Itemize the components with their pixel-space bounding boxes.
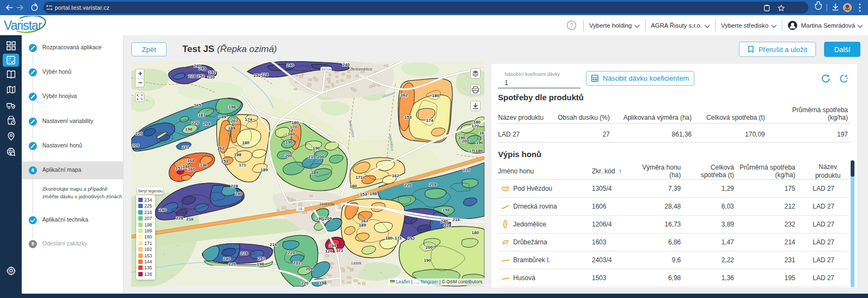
svg-text:162: 162 [217,146,225,151]
svg-text:228: 228 [261,72,269,77]
svg-text:220: 220 [404,183,412,187]
svg-text:189: 189 [260,167,268,172]
svg-text:220: 220 [463,167,470,172]
svg-text:189: 189 [219,114,226,119]
svg-text:198: 198 [369,191,377,196]
svg-text:190: 190 [312,146,320,151]
svg-text:228: 228 [176,216,183,221]
svg-text:252: 252 [258,256,265,261]
svg-text:?: ? [570,22,573,29]
svg-text:Jedomělice: Jedomělice [350,67,373,72]
svg-text:190: 190 [476,140,483,145]
svg-text:168: 168 [187,158,195,163]
svg-text:171: 171 [355,175,363,180]
svg-text:153: 153 [221,159,228,164]
svg-text:162: 162 [392,173,399,178]
svg-text:220: 220 [288,250,295,255]
svg-text:180: 180 [432,93,439,98]
svg-text:228: 228 [240,251,248,256]
svg-text:180: 180 [385,236,393,241]
svg-text:Hvězda: Hvězda [320,202,335,206]
svg-text:160: 160 [288,132,295,137]
svg-text:220: 220 [192,120,199,125]
svg-text:252: 252 [407,236,415,241]
svg-text:231: 231 [182,145,189,150]
svg-text:171: 171 [394,236,402,241]
svg-text:152: 152 [175,166,183,171]
svg-text:252: 252 [253,73,261,78]
svg-text:126: 126 [325,249,333,254]
svg-text:198: 198 [442,208,450,212]
svg-text:180: 180 [475,148,483,153]
svg-text:162: 162 [400,93,408,98]
svg-text:200: 200 [462,139,469,144]
svg-text:240: 240 [235,191,242,196]
svg-text:240: 240 [223,256,231,261]
svg-text:216: 216 [452,217,460,222]
svg-text:174: 174 [426,118,433,123]
svg-text:174: 174 [245,117,252,122]
svg-text:198: 198 [319,281,327,286]
svg-text:228: 228 [231,184,238,189]
svg-text:160: 160 [479,131,484,135]
svg-text:180: 180 [349,184,357,189]
svg-text:210: 210 [308,154,316,159]
svg-text:160: 160 [188,167,195,172]
svg-text:198: 198 [228,105,236,109]
svg-text:200: 200 [425,245,433,250]
svg-text:192: 192 [208,70,216,75]
svg-text:209: 209 [132,143,139,148]
svg-text:207: 207 [231,119,238,124]
svg-text:220: 220 [228,262,236,267]
svg-text:198: 198 [234,152,241,157]
svg-text:220: 220 [301,281,309,286]
svg-text:171: 171 [336,248,343,253]
svg-text:240: 240 [286,63,294,68]
svg-text:144: 144 [329,243,336,248]
svg-text:170: 170 [471,124,479,128]
svg-text:190: 190 [285,140,293,145]
svg-text:198: 198 [257,262,264,267]
svg-text:209: 209 [305,267,313,271]
svg-text:23714: 23714 [321,67,331,71]
svg-text:228: 228 [444,223,451,228]
svg-text:240: 240 [342,62,350,67]
svg-text:165: 165 [194,103,201,108]
svg-text:189: 189 [311,170,318,175]
svg-text:171: 171 [239,163,246,167]
svg-text:240: 240 [159,208,167,212]
svg-text:16: 16 [298,207,303,211]
svg-text:Lážek: Lážek [352,261,362,265]
svg-text:190: 190 [424,258,431,263]
svg-text:252: 252 [197,74,205,79]
svg-text:136: 136 [200,163,207,167]
svg-text:180: 180 [471,230,479,235]
svg-text:180: 180 [242,140,250,145]
svg-text:189: 189 [228,126,235,131]
svg-text:170: 170 [290,125,297,129]
svg-text:Jedomělice: Jedomělice [348,120,356,138]
svg-text:231: 231 [293,261,301,265]
svg-text:189: 189 [359,223,366,228]
svg-text:209: 209 [324,216,332,221]
svg-text:187: 187 [198,113,206,118]
svg-text:228: 228 [188,74,196,79]
svg-text:216: 216 [186,217,194,222]
svg-text:210: 210 [207,75,215,80]
svg-text:190: 190 [316,216,323,221]
svg-text:153: 153 [404,115,412,120]
svg-text:153: 153 [360,192,367,197]
svg-text:240: 240 [194,63,201,68]
svg-text:200: 200 [317,154,324,159]
svg-text:198: 198 [185,127,193,132]
svg-text:220: 220 [135,131,143,136]
svg-text:209: 209 [203,121,210,126]
svg-text:209: 209 [429,182,437,187]
svg-text:200: 200 [285,153,292,158]
svg-text:216: 216 [270,242,277,247]
